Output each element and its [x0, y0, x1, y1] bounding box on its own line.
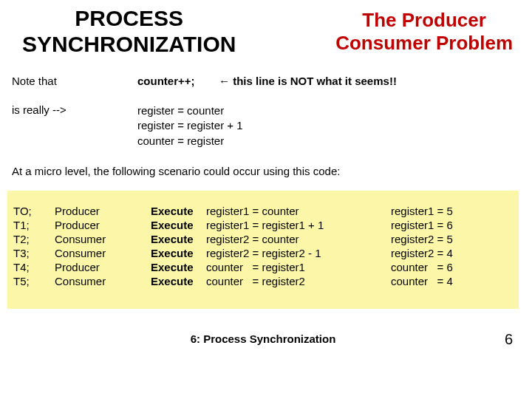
cell-op: register1 = register1 + 1 — [206, 218, 391, 232]
cell-result: register2 = 4 — [391, 246, 517, 260]
slide: PROCESS SYNCHRONIZATION The Producer Con… — [0, 0, 532, 351]
execution-table: TO; Producer Execute register1 = counter… — [13, 204, 517, 288]
slide-footer: 6: Process Synchronization 6 — [7, 332, 519, 345]
title-left: PROCESS SYNCHRONIZATION — [7, 6, 236, 57]
note-warning: ← this line is NOT what it seems!! — [219, 75, 397, 87]
note-code: counter++; — [137, 75, 219, 87]
cell-actor: Producer — [55, 218, 151, 232]
title-left-line2: SYNCHRONIZATION — [22, 32, 236, 56]
footer-title: 6: Process Synchronization — [7, 332, 519, 345]
really-code: register = counter register = register +… — [137, 103, 243, 149]
slide-header: PROCESS SYNCHRONIZATION The Producer Con… — [7, 6, 519, 57]
cell-op: register1 = counter — [206, 204, 391, 218]
table-row: T2; Consumer Execute register2 = counter… — [13, 232, 517, 246]
really-line3: counter = register — [137, 134, 224, 147]
cell-time: T1; — [13, 218, 55, 232]
cell-op: register2 = register2 - 1 — [206, 246, 391, 260]
table-row: T1; Producer Execute register1 = registe… — [13, 218, 517, 232]
cell-exec: Execute — [151, 204, 206, 218]
really-line1: register = counter — [137, 104, 224, 117]
arrow-left-icon: ← — [219, 75, 230, 87]
note-warning-text: this line is NOT what it seems!! — [233, 75, 397, 87]
cell-op: counter = register1 — [206, 260, 391, 274]
cell-result: register1 = 5 — [391, 204, 517, 218]
cell-actor: Consumer — [55, 232, 151, 246]
note-label: Note that — [12, 75, 137, 87]
table-row: T4; Producer Execute counter = register1… — [13, 260, 517, 274]
cell-exec: Execute — [151, 232, 206, 246]
cell-time: T2; — [13, 232, 55, 246]
note-row: Note that counter++; ← this line is NOT … — [7, 75, 519, 149]
cell-result: counter = 6 — [391, 260, 517, 274]
cell-time: TO; — [13, 204, 55, 218]
title-right: The Producer Consumer Problem — [335, 6, 519, 55]
cell-result: register2 = 5 — [391, 232, 517, 246]
table-row: T3; Consumer Execute register2 = registe… — [13, 246, 517, 260]
really-line2: register = register + 1 — [137, 119, 243, 132]
really-label: is really --> — [12, 103, 137, 149]
cell-result: register1 = 6 — [391, 218, 517, 232]
cell-op: counter = register2 — [206, 274, 391, 288]
code-block: TO; Producer Execute register1 = counter… — [7, 191, 519, 309]
cell-actor: Producer — [55, 204, 151, 218]
cell-actor: Producer — [55, 260, 151, 274]
cell-time: T4; — [13, 260, 55, 274]
page-number: 6 — [505, 331, 513, 348]
cell-actor: Consumer — [55, 246, 151, 260]
table-row: TO; Producer Execute register1 = counter… — [13, 204, 517, 218]
cell-time: T3; — [13, 246, 55, 260]
cell-actor: Consumer — [55, 274, 151, 288]
cell-time: T5; — [13, 274, 55, 288]
title-left-line1: PROCESS — [75, 6, 183, 30]
title-right-line1: The Producer — [362, 9, 486, 31]
cell-result: counter = 4 — [391, 274, 517, 288]
cell-exec: Execute — [151, 218, 206, 232]
cell-exec: Execute — [151, 260, 206, 274]
cell-exec: Execute — [151, 274, 206, 288]
cell-exec: Execute — [151, 246, 206, 260]
table-row: T5; Consumer Execute counter = register2… — [13, 274, 517, 288]
micro-text: At a micro level, the following scenario… — [7, 165, 519, 177]
title-right-line2: Consumer Problem — [335, 32, 513, 54]
cell-op: register2 = counter — [206, 232, 391, 246]
